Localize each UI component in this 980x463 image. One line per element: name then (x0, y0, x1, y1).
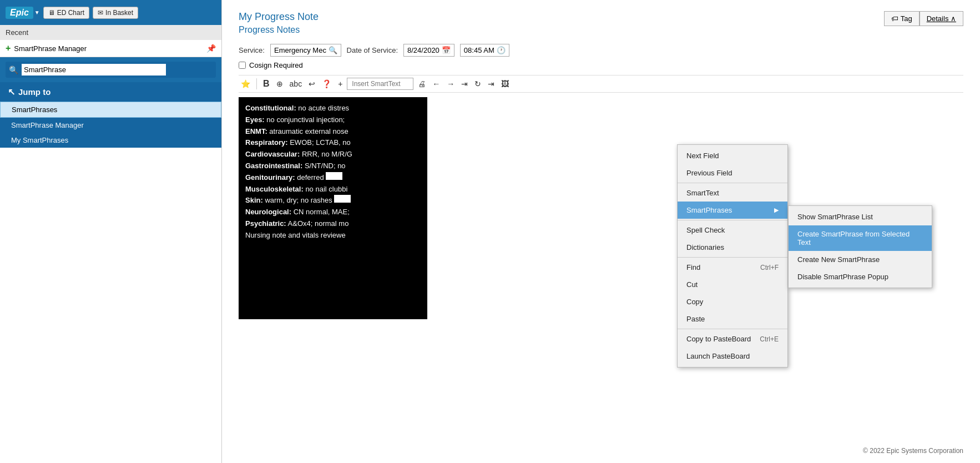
smartphrase-manager-label[interactable]: SmartPhrase Manager (14, 44, 87, 53)
search-row: 🔍 (6, 62, 216, 78)
jump-to-label: Jump to (18, 87, 50, 97)
star-button[interactable]: ⭐ (239, 78, 252, 89)
sub-create-new-label: Create New SmartPhrase (797, 255, 880, 264)
arrow-right-button[interactable]: → (444, 78, 457, 89)
recent-bar: Recent (0, 25, 221, 40)
ctx-sep-4 (678, 329, 787, 329)
ctx-find-shortcut: Ctrl+F (760, 264, 779, 271)
bold-button[interactable]: B (261, 78, 272, 90)
details-button[interactable]: Details ∧ (920, 11, 963, 26)
ctx-cut-label: Cut (686, 280, 698, 289)
time-value: 08:45 AM (464, 46, 494, 54)
sidebar: Epic ▼ 🖥 ED Chart ✉ In Basket Recent + S… (0, 0, 222, 463)
sidebar-item-smartphrase-manager[interactable]: SmartPhrase Manager (0, 118, 221, 133)
ctx-cut[interactable]: Cut (678, 276, 787, 293)
service-row: Service: Emergency Mec 🔍 Date of Service… (239, 44, 963, 57)
ctx-next-field[interactable]: Next Field (678, 147, 787, 164)
help-button[interactable]: ❓ (320, 78, 334, 89)
top-right-buttons: 🏷 Tag Details ∧ (884, 11, 963, 26)
copyright: © 2022 Epic Systems Corporation (863, 447, 963, 455)
service-input[interactable]: Emergency Mec 🔍 (270, 44, 341, 57)
search-service-icon[interactable]: 🔍 (329, 46, 337, 54)
ctx-paste[interactable]: Paste (678, 310, 787, 328)
ctx-copy-pasteboard-label: Copy to PasteBoard (686, 335, 751, 343)
note-title: My Progress Note (239, 11, 963, 23)
date-value: 8/24/2020 (407, 46, 440, 54)
in-basket-button[interactable]: ✉ In Basket (93, 7, 138, 19)
image-button[interactable]: 🖼 (499, 78, 511, 89)
undo-button[interactable]: ↩ (306, 78, 317, 89)
add-circle-button[interactable]: ⊕ (274, 78, 285, 89)
spell-check-button[interactable]: abc (287, 78, 305, 89)
export-button[interactable]: ⇥ (486, 78, 497, 89)
time-input[interactable]: 08:45 AM 🕐 (460, 44, 509, 57)
date-label: Date of Service: (347, 46, 398, 54)
epic-logo[interactable]: Epic (6, 7, 33, 19)
ctx-sep-3 (678, 257, 787, 258)
refresh-button[interactable]: ↻ (472, 78, 483, 89)
ctx-copy[interactable]: Copy (678, 293, 787, 310)
arrow-left-button[interactable]: ← (430, 78, 442, 89)
date-input[interactable]: 8/24/2020 📅 (403, 44, 454, 57)
sub-show-list[interactable]: Show SmartPhrase List (789, 208, 932, 225)
search-container: 🔍 (0, 57, 221, 82)
ctx-launch-pasteboard[interactable]: Launch PasteBoard (678, 348, 787, 365)
jump-dropdown: ↖ Jump to SmartPhrases SmartPhrase Manag… (0, 82, 221, 148)
cosign-row: Cosign Required (239, 61, 963, 69)
table-button[interactable]: ⇥ (459, 78, 470, 89)
editor-line-10: Neurological: CN normal, MAE; (245, 207, 421, 218)
sub-show-list-label: Show SmartPhrase List (797, 213, 873, 221)
ctx-smartphrases-arrow: ▶ (774, 207, 779, 214)
add-icon: + (6, 43, 11, 53)
cursor-icon: ↖ (8, 87, 15, 97)
ctx-previous-field-label: Previous Field (686, 169, 732, 177)
ctx-find[interactable]: Find Ctrl+F (678, 259, 787, 276)
sub-disable-popup[interactable]: Disable SmartPhrase Popup (789, 268, 932, 285)
ctx-spell-check-label: Spell Check (686, 226, 725, 234)
my-smartphrases-label: My SmartPhrases (11, 136, 68, 144)
sub-create-new[interactable]: Create New SmartPhrase (789, 251, 932, 268)
epic-dropdown-arrow[interactable]: ▼ (34, 9, 40, 16)
ctx-smarttext[interactable]: SmartText (678, 184, 787, 202)
ctx-previous-field[interactable]: Previous Field (678, 164, 787, 182)
sidebar-item-smartphrases[interactable]: SmartPhrases (0, 102, 221, 118)
editor-line-6: Gastrointestinal: S/NT/ND; no (245, 160, 421, 172)
context-menu: Next Field Previous Field SmartText Smar… (677, 144, 788, 368)
sidebar-item-my-smartphrases[interactable]: My SmartPhrases (0, 133, 221, 148)
main-content: 🏷 Tag Details ∧ My Progress Note Progres… (222, 0, 980, 463)
ctx-paste-label: Paste (686, 315, 705, 323)
add-button[interactable]: + (336, 78, 345, 89)
epic-nav-bar: Epic ▼ 🖥 ED Chart ✉ In Basket (0, 0, 221, 25)
editor-area[interactable]: Constitutional: no acute distres Eyes: n… (239, 97, 427, 319)
cosign-label: Cosign Required (249, 61, 303, 69)
in-basket-icon: ✉ (98, 9, 103, 17)
clock-icon: 🕐 (497, 46, 506, 54)
editor-line-5: Cardiovascular: RRR, no M/R/G (245, 149, 421, 160)
epic-logo-text: Epic (10, 8, 29, 17)
sub-disable-popup-label: Disable SmartPhrase Popup (797, 273, 888, 281)
editor-line-3: ENMT: atraumatic external nose (245, 126, 421, 138)
ctx-dictionaries[interactable]: Dictionaries (678, 239, 787, 256)
editor-line-11: Psychiatric: A&Ox4; normal mo (245, 218, 421, 230)
ctx-smartphrases[interactable]: SmartPhrases ▶ (678, 202, 787, 219)
editor-line-1: Constitutional: no acute distres (245, 103, 421, 114)
calendar-icon[interactable]: 📅 (442, 46, 451, 54)
ed-chart-button[interactable]: 🖥 ED Chart (43, 7, 89, 19)
in-basket-label: In Basket (105, 9, 133, 17)
search-icon: 🔍 (9, 66, 18, 74)
editor-line-2: Eyes: no conjunctival injection; (245, 114, 421, 126)
insert-icon-button[interactable]: 🖨 (416, 78, 428, 89)
search-input[interactable] (22, 64, 166, 76)
pin-icon[interactable]: 📌 (206, 44, 216, 53)
ctx-copy-pasteboard[interactable]: Copy to PasteBoard Ctrl+E (678, 330, 787, 348)
ctx-copy-label: Copy (686, 298, 703, 306)
sub-create-from-selected[interactable]: Create SmartPhrase from Selected Text (789, 225, 932, 251)
cosign-checkbox[interactable] (239, 62, 246, 69)
ctx-launch-pasteboard-label: Launch PasteBoard (686, 352, 750, 360)
ctx-spell-check[interactable]: Spell Check (678, 222, 787, 239)
tag-button[interactable]: 🏷 Tag (884, 11, 920, 26)
tag-label: Tag (901, 14, 912, 23)
ed-chart-icon: 🖥 (48, 9, 55, 17)
ctx-sep-1 (678, 183, 787, 183)
insert-smarttext-input[interactable] (347, 78, 413, 90)
